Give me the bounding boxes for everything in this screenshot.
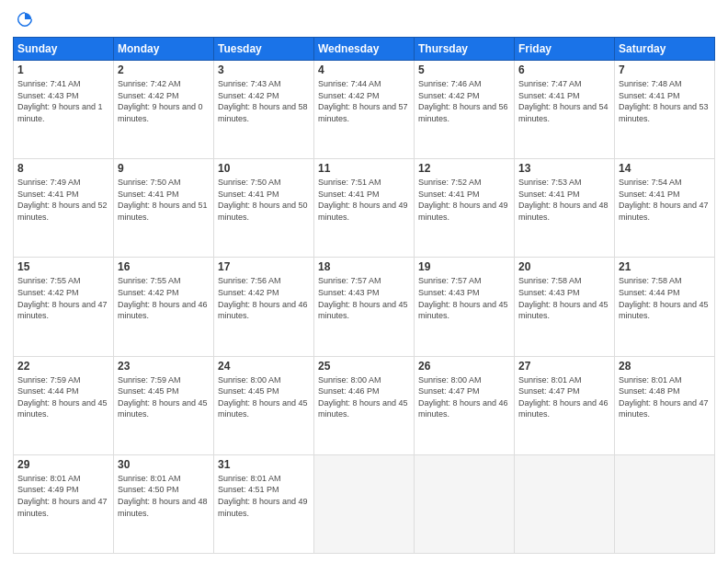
logo-icon	[15, 9, 35, 29]
col-tuesday: Tuesday	[214, 38, 314, 61]
day-number: 3	[218, 63, 310, 76]
day-number: 4	[318, 63, 410, 76]
cell-info: Sunrise: 7:55 AMSunset: 4:42 PMDaylight:…	[17, 276, 108, 320]
cell-info: Sunrise: 7:46 AMSunset: 4:42 PMDaylight:…	[418, 79, 508, 123]
table-row	[314, 454, 415, 553]
day-number: 17	[218, 260, 310, 273]
cell-info: Sunrise: 7:49 AMSunset: 4:41 PMDaylight:…	[17, 178, 108, 222]
header	[13, 9, 715, 29]
day-number: 9	[118, 162, 210, 175]
table-row: 10Sunrise: 7:50 AMSunset: 4:41 PMDayligh…	[214, 159, 314, 258]
day-number: 30	[118, 458, 210, 471]
day-number: 28	[619, 360, 711, 373]
col-thursday: Thursday	[415, 38, 515, 61]
col-sunday: Sunday	[14, 38, 114, 61]
calendar-table: Sunday Monday Tuesday Wednesday Thursday…	[13, 37, 715, 554]
table-row: 21Sunrise: 7:58 AMSunset: 4:44 PMDayligh…	[615, 258, 715, 356]
table-row: 20Sunrise: 7:58 AMSunset: 4:43 PMDayligh…	[515, 258, 615, 356]
day-number: 11	[318, 162, 410, 175]
cell-info: Sunrise: 7:41 AMSunset: 4:43 PMDaylight:…	[17, 79, 103, 123]
table-row: 18Sunrise: 7:57 AMSunset: 4:43 PMDayligh…	[314, 258, 415, 356]
calendar-week-2: 8Sunrise: 7:49 AMSunset: 4:41 PMDaylight…	[14, 159, 715, 258]
table-row: 17Sunrise: 7:56 AMSunset: 4:42 PMDayligh…	[214, 258, 314, 356]
cell-info: Sunrise: 7:42 AMSunset: 4:42 PMDaylight:…	[118, 79, 203, 123]
table-row: 22Sunrise: 7:59 AMSunset: 4:44 PMDayligh…	[14, 356, 114, 454]
day-number: 20	[518, 260, 610, 273]
cell-info: Sunrise: 7:47 AMSunset: 4:41 PMDaylight:…	[518, 79, 609, 123]
logo-text	[13, 9, 35, 29]
day-number: 31	[218, 458, 310, 471]
calendar-week-5: 29Sunrise: 8:01 AMSunset: 4:49 PMDayligh…	[14, 454, 715, 553]
col-friday: Friday	[515, 38, 615, 61]
day-number: 21	[619, 260, 711, 273]
cell-info: Sunrise: 8:01 AMSunset: 4:47 PMDaylight:…	[518, 375, 609, 419]
table-row: 23Sunrise: 7:59 AMSunset: 4:45 PMDayligh…	[114, 356, 214, 454]
col-monday: Monday	[114, 38, 214, 61]
cell-info: Sunrise: 7:58 AMSunset: 4:43 PMDaylight:…	[518, 276, 609, 320]
cell-info: Sunrise: 7:58 AMSunset: 4:44 PMDaylight:…	[619, 276, 709, 320]
day-number: 8	[17, 162, 109, 175]
table-row: 31Sunrise: 8:01 AMSunset: 4:51 PMDayligh…	[214, 454, 314, 553]
cell-info: Sunrise: 7:50 AMSunset: 4:41 PMDaylight:…	[118, 178, 208, 222]
cell-info: Sunrise: 8:01 AMSunset: 4:51 PMDaylight:…	[218, 474, 308, 518]
day-number: 10	[218, 162, 310, 175]
day-number: 5	[418, 63, 510, 76]
cell-info: Sunrise: 7:59 AMSunset: 4:45 PMDaylight:…	[118, 375, 208, 419]
cell-info: Sunrise: 7:59 AMSunset: 4:44 PMDaylight:…	[17, 375, 108, 419]
day-number: 1	[17, 63, 109, 76]
day-number: 23	[118, 360, 210, 373]
cell-info: Sunrise: 7:57 AMSunset: 4:43 PMDaylight:…	[318, 276, 408, 320]
table-row: 14Sunrise: 7:54 AMSunset: 4:41 PMDayligh…	[615, 159, 715, 258]
table-row: 19Sunrise: 7:57 AMSunset: 4:43 PMDayligh…	[415, 258, 515, 356]
day-number: 14	[619, 162, 711, 175]
cell-info: Sunrise: 7:56 AMSunset: 4:42 PMDaylight:…	[218, 276, 308, 320]
table-row: 27Sunrise: 8:01 AMSunset: 4:47 PMDayligh…	[515, 356, 615, 454]
calendar-header-row: Sunday Monday Tuesday Wednesday Thursday…	[14, 38, 715, 61]
table-row	[515, 454, 615, 553]
table-row: 24Sunrise: 8:00 AMSunset: 4:45 PMDayligh…	[214, 356, 314, 454]
calendar-week-3: 15Sunrise: 7:55 AMSunset: 4:42 PMDayligh…	[14, 258, 715, 356]
cell-info: Sunrise: 8:00 AMSunset: 4:46 PMDaylight:…	[318, 375, 408, 419]
table-row	[415, 454, 515, 553]
cell-info: Sunrise: 7:53 AMSunset: 4:41 PMDaylight:…	[518, 178, 609, 222]
table-row: 15Sunrise: 7:55 AMSunset: 4:42 PMDayligh…	[14, 258, 114, 356]
col-wednesday: Wednesday	[314, 38, 415, 61]
table-row: 28Sunrise: 8:01 AMSunset: 4:48 PMDayligh…	[615, 356, 715, 454]
calendar-week-1: 1Sunrise: 7:41 AMSunset: 4:43 PMDaylight…	[14, 61, 715, 159]
table-row: 8Sunrise: 7:49 AMSunset: 4:41 PMDaylight…	[14, 159, 114, 258]
table-row: 1Sunrise: 7:41 AMSunset: 4:43 PMDaylight…	[14, 61, 114, 159]
table-row: 11Sunrise: 7:51 AMSunset: 4:41 PMDayligh…	[314, 159, 415, 258]
table-row: 30Sunrise: 8:01 AMSunset: 4:50 PMDayligh…	[114, 454, 214, 553]
table-row: 13Sunrise: 7:53 AMSunset: 4:41 PMDayligh…	[515, 159, 615, 258]
cell-info: Sunrise: 8:01 AMSunset: 4:49 PMDaylight:…	[17, 474, 108, 518]
day-number: 19	[418, 260, 510, 273]
table-row: 6Sunrise: 7:47 AMSunset: 4:41 PMDaylight…	[515, 61, 615, 159]
cell-info: Sunrise: 7:54 AMSunset: 4:41 PMDaylight:…	[619, 178, 709, 222]
day-number: 26	[418, 360, 510, 373]
day-number: 18	[318, 260, 410, 273]
cell-info: Sunrise: 7:48 AMSunset: 4:41 PMDaylight:…	[619, 79, 709, 123]
table-row: 9Sunrise: 7:50 AMSunset: 4:41 PMDaylight…	[114, 159, 214, 258]
table-row: 26Sunrise: 8:00 AMSunset: 4:47 PMDayligh…	[415, 356, 515, 454]
day-number: 22	[17, 360, 109, 373]
cell-info: Sunrise: 7:44 AMSunset: 4:42 PMDaylight:…	[318, 79, 408, 123]
day-number: 29	[17, 458, 109, 471]
cell-info: Sunrise: 7:57 AMSunset: 4:43 PMDaylight:…	[418, 276, 508, 320]
table-row: 4Sunrise: 7:44 AMSunset: 4:42 PMDaylight…	[314, 61, 415, 159]
day-number: 16	[118, 260, 210, 273]
cell-info: Sunrise: 8:01 AMSunset: 4:48 PMDaylight:…	[619, 375, 709, 419]
cell-info: Sunrise: 7:51 AMSunset: 4:41 PMDaylight:…	[318, 178, 408, 222]
cell-info: Sunrise: 8:01 AMSunset: 4:50 PMDaylight:…	[118, 474, 208, 518]
col-saturday: Saturday	[615, 38, 715, 61]
page: Sunday Monday Tuesday Wednesday Thursday…	[0, 0, 728, 563]
table-row: 29Sunrise: 8:01 AMSunset: 4:49 PMDayligh…	[14, 454, 114, 553]
table-row: 7Sunrise: 7:48 AMSunset: 4:41 PMDaylight…	[615, 61, 715, 159]
day-number: 2	[118, 63, 210, 76]
calendar-week-4: 22Sunrise: 7:59 AMSunset: 4:44 PMDayligh…	[14, 356, 715, 454]
table-row: 3Sunrise: 7:43 AMSunset: 4:42 PMDaylight…	[214, 61, 314, 159]
day-number: 13	[518, 162, 610, 175]
day-number: 24	[218, 360, 310, 373]
table-row: 25Sunrise: 8:00 AMSunset: 4:46 PMDayligh…	[314, 356, 415, 454]
cell-info: Sunrise: 8:00 AMSunset: 4:45 PMDaylight:…	[218, 375, 308, 419]
day-number: 6	[518, 63, 610, 76]
